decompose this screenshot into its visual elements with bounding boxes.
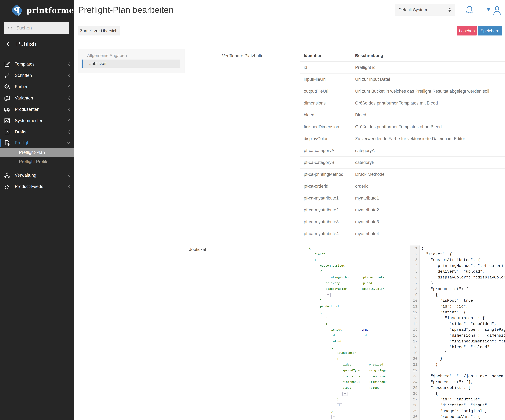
tree-field-value[interactable]: upload: [361, 280, 372, 286]
code-line: ],: [420, 368, 505, 373]
table-row: pf-ca-orderidorderid: [300, 180, 505, 192]
tree-field-name[interactable]: sides: [342, 362, 365, 368]
tree-field-value[interactable]: :bleed: [369, 385, 379, 391]
copy-icon: [4, 95, 10, 101]
table-header-row: Identifier Beschreibung: [300, 50, 505, 62]
tree-field-value[interactable]: :finishedD: [369, 379, 387, 385]
identifier-cell: finishedDimension: [300, 121, 351, 133]
tree-field-value[interactable]: :displayColor: [361, 286, 384, 292]
tree-field-row: bleed:bleed: [342, 385, 365, 391]
gutter-line-number: 18: [410, 344, 419, 350]
section-title: Publish: [16, 40, 36, 47]
notifications-bell-icon[interactable]: [465, 5, 474, 15]
sidebar-item-farben[interactable]: Farben: [0, 81, 74, 92]
tree-field-name[interactable]: printingMetho: [326, 275, 358, 280]
tree-text[interactable]: ticket: [315, 251, 358, 257]
tree-field-name[interactable]: isRoot: [331, 327, 358, 333]
tree-bracket: [: [320, 310, 322, 315]
code-line: },: [420, 280, 505, 286]
tree-field-row: id:id: [331, 333, 358, 338]
truck-icon: [4, 106, 10, 113]
code-line: }: [420, 356, 505, 362]
tree-text[interactable]: productList: [320, 304, 358, 310]
jobticket-code-editor[interactable]: { "ticket": { "customAttributes": { "pri…: [420, 246, 505, 420]
code-line: "resourceList": [: [420, 385, 505, 391]
tree-field-value[interactable]: :pf-ca-printi: [361, 274, 384, 280]
sidebar-subitem-preflight-profile[interactable]: Preflight Profile: [0, 157, 74, 166]
sidebar-item-verwaltung[interactable]: Verwaltung: [0, 170, 74, 181]
chevron-left-icon: [68, 130, 71, 134]
tree-field-value[interactable]: oneSided: [369, 362, 383, 368]
chevron-left-icon: [68, 173, 71, 178]
sidebar-subitem-preflight-plan[interactable]: Preflight-Plan: [0, 148, 74, 157]
identifier-cell: pf-ca-myattribute4: [300, 228, 351, 240]
page-title: Preflight-Plan bearbeiten: [78, 5, 173, 15]
tree-field-row: dimensions:dimension: [342, 374, 365, 379]
tree-field-name[interactable]: spreadType: [342, 368, 365, 374]
search-input[interactable]: [16, 25, 64, 31]
pen-icon: [4, 72, 10, 79]
plus-icon[interactable]: +: [342, 392, 347, 396]
beschreibung-cell: Bleed: [351, 109, 505, 121]
tree-field-name[interactable]: id: [331, 333, 358, 338]
system-select[interactable]: Default System: [395, 4, 455, 16]
back-to-overview-button[interactable]: Zurück zur Übersicht: [78, 26, 120, 36]
save-button[interactable]: Speichern: [478, 26, 502, 36]
identifier-cell: id: [300, 62, 351, 74]
tree-field-name[interactable]: bleed: [342, 385, 365, 391]
sidebar-item-systemmedien[interactable]: Systemmedien: [0, 115, 74, 126]
tree-field-name[interactable]: displayColor: [326, 286, 358, 292]
sidebar-item-templates[interactable]: Templates: [0, 58, 74, 70]
user-avatar-icon[interactable]: [492, 5, 502, 15]
tree-field-name[interactable]: delivery: [326, 280, 358, 286]
gutter-line-number: 30: [410, 414, 419, 420]
sidebar-search[interactable]: [4, 22, 69, 34]
tree-text[interactable]: intent: [331, 338, 358, 344]
identifier-cell: pf-ca-printingMethod: [300, 168, 351, 180]
gutter-line-number: 4: [410, 263, 419, 269]
tree-field-value[interactable]: singlePage: [369, 368, 387, 374]
tree-field-value[interactable]: :dimension: [369, 374, 387, 379]
tree-bracket: {: [315, 257, 316, 263]
user-name: -: [479, 6, 480, 12]
tree-text[interactable]: layoutInten: [337, 350, 358, 356]
delete-button[interactable]: Löschen: [457, 26, 477, 36]
tree-text: {: [337, 357, 339, 361]
tree-field-row: sidesoneSided: [342, 362, 365, 368]
tab-general[interactable]: Allgemeine Angaben: [87, 53, 127, 58]
jobticket-tree-editor[interactable]: {ticket{customAttribut{printingMetho:pf-…: [309, 246, 410, 420]
tree-text: }: [331, 410, 333, 413]
gutter-line-number: 25: [410, 385, 419, 391]
tree-field-name[interactable]: finishedDi: [342, 379, 365, 385]
tree-append-button: +: [331, 414, 336, 420]
sidebar-item-preflight[interactable]: Preflight: [0, 138, 74, 148]
sidebar-item-varianten[interactable]: Varianten: [0, 92, 74, 104]
sidebar-item-label: Systemmedien: [15, 118, 44, 123]
settings-tab-panel: Allgemeine Angaben Jobticket: [78, 49, 185, 73]
plus-icon[interactable]: +: [337, 403, 342, 407]
plus-icon[interactable]: +: [331, 415, 336, 419]
tree-text[interactable]: customAttribut: [320, 263, 358, 269]
gutter-line-number: 21: [410, 362, 419, 368]
sidebar-item-produzenten[interactable]: Produzenten: [0, 104, 74, 115]
code-line: "isRoot": true,: [420, 298, 505, 304]
tree-key: productList: [320, 304, 358, 310]
tree-field-value[interactable]: :id: [361, 333, 367, 338]
plus-icon[interactable]: +: [326, 293, 331, 297]
user-menu-caret-icon[interactable]: [486, 8, 491, 11]
system-select-value: Default System: [398, 7, 427, 12]
tree-field-name[interactable]: dimensions: [342, 374, 365, 379]
sidebar-section-header[interactable]: Publish: [6, 39, 36, 49]
printformer-logo-icon: P: [11, 5, 23, 16]
gutter-line-number: 27: [410, 396, 419, 402]
tree-field-value[interactable]: true: [361, 327, 368, 333]
tab-jobticket[interactable]: Jobticket: [82, 59, 180, 68]
sidebar-item-schriften[interactable]: Schriften: [0, 70, 74, 81]
code-line: {: [420, 292, 505, 298]
sidebar: P printformer Publish TemplatesSchriften…: [0, 0, 74, 420]
sidebar-item-drafts[interactable]: Drafts: [0, 126, 74, 138]
tree-bracket: {: [309, 246, 311, 251]
sidebar-item-product-feeds[interactable]: Product-Feeds: [0, 181, 74, 192]
brand-logo[interactable]: P printformer: [11, 4, 78, 17]
gutter-line-number: 2: [410, 251, 419, 257]
